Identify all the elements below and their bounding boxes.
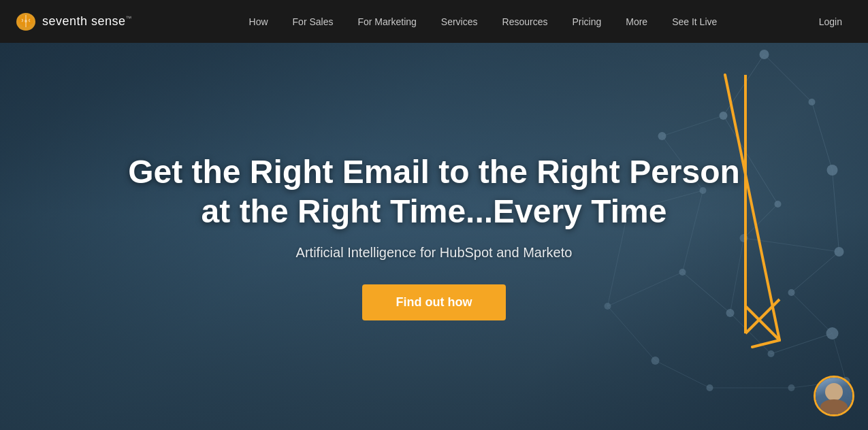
hero-subheadline: Artificial Intelligence for HubSpot and … (128, 245, 740, 261)
svg-line-38 (656, 361, 710, 388)
nav-item-for-sales[interactable]: For Sales (280, 0, 346, 43)
logo-text: seventh sense™ (42, 14, 132, 29)
svg-line-24 (833, 170, 839, 252)
nav-item-see-it-live[interactable]: See It Live (660, 0, 729, 43)
avatar-image (816, 378, 852, 414)
nav-item-for-marketing[interactable]: For Marketing (345, 0, 428, 43)
svg-line-47 (725, 75, 779, 340)
avatar-head (825, 383, 843, 401)
nav-links: How For Sales For Marketing Services Res… (159, 0, 807, 43)
nav-item-more[interactable]: More (613, 0, 660, 43)
brain-icon (14, 10, 38, 34)
svg-line-22 (812, 102, 833, 170)
svg-line-27 (792, 252, 839, 293)
hero-headline: Get the Right Email to the Right Person … (128, 152, 740, 231)
hero-section: Get the Right Email to the Right Person … (0, 0, 868, 430)
svg-line-49 (752, 340, 779, 347)
nav-item-how[interactable]: How (237, 0, 280, 43)
nav-item-login[interactable]: Login (807, 0, 854, 43)
avatar-body (820, 399, 848, 414)
hero-content: Get the Right Email to the Right Person … (128, 110, 740, 320)
nav-item-pricing[interactable]: Pricing (560, 0, 613, 43)
find-out-how-button[interactable]: Find out how (362, 284, 507, 320)
nav-item-services[interactable]: Services (429, 0, 490, 43)
avatar (814, 376, 854, 416)
logo[interactable]: seventh sense™ (14, 10, 132, 34)
svg-line-41 (833, 333, 846, 381)
svg-point-52 (25, 20, 27, 22)
orange-arrow (705, 68, 786, 361)
navbar: seventh sense™ How For Sales For Marketi… (0, 0, 868, 43)
nav-item-resources[interactable]: Resources (490, 0, 560, 43)
svg-line-28 (792, 293, 833, 333)
